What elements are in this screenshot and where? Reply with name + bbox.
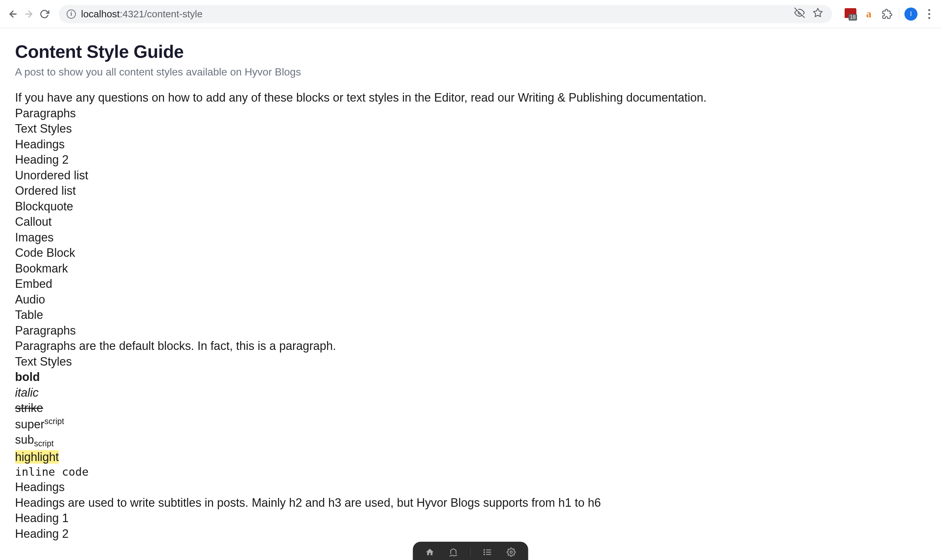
url-path: /content-style bbox=[144, 9, 202, 19]
profile-avatar[interactable]: I bbox=[904, 8, 918, 21]
toc-item[interactable]: Headings bbox=[15, 137, 926, 152]
dock-list-icon[interactable] bbox=[481, 547, 494, 554]
reload-button[interactable] bbox=[37, 6, 52, 22]
page-subtitle: A post to show you all content styles av… bbox=[15, 66, 926, 78]
extension-badge-count: 18 bbox=[849, 14, 857, 21]
extension-a-icon[interactable]: a bbox=[862, 8, 875, 21]
toc-item[interactable]: Embed bbox=[15, 276, 926, 292]
address-bar[interactable]: i localhost:4321/content-style bbox=[59, 5, 832, 23]
svg-point-8 bbox=[484, 552, 484, 552]
dock-divider bbox=[470, 548, 471, 554]
style-subscript: subscript bbox=[15, 432, 926, 449]
bookmark-star-icon[interactable] bbox=[811, 8, 824, 21]
toc-item[interactable]: Unordered list bbox=[15, 168, 926, 183]
extension-badge-icon[interactable]: 18 bbox=[844, 8, 857, 21]
intro-text: If you have any questions on how to add … bbox=[15, 90, 926, 106]
section-heading-textstyles: Text Styles bbox=[15, 354, 926, 369]
extensions-puzzle-icon[interactable] bbox=[881, 8, 893, 21]
paragraphs-description: Paragraphs are the default blocks. In fa… bbox=[15, 338, 926, 354]
eye-off-icon[interactable] bbox=[793, 8, 806, 21]
page-title: Content Style Guide bbox=[15, 41, 926, 62]
toc-item[interactable]: Paragraphs bbox=[15, 106, 926, 121]
dock-gear-icon[interactable] bbox=[505, 547, 518, 554]
toc-item[interactable]: Heading 2 bbox=[15, 152, 926, 168]
toc-item[interactable]: Audio bbox=[15, 292, 926, 308]
toc-item[interactable]: Text Styles bbox=[15, 121, 926, 137]
browser-toolbar: i localhost:4321/content-style 18 a I bbox=[0, 0, 941, 28]
headings-description: Headings are used to write subtitles in … bbox=[15, 495, 926, 511]
style-superscript: superscript bbox=[15, 416, 926, 432]
svg-point-9 bbox=[484, 554, 484, 554]
url-host: localhost bbox=[81, 9, 120, 19]
toc-item[interactable]: Images bbox=[15, 230, 926, 245]
toc-item[interactable]: Table bbox=[15, 307, 926, 323]
toolbar-divider bbox=[899, 8, 899, 21]
url-text: localhost:4321/content-style bbox=[81, 9, 788, 20]
url-port: :4321 bbox=[120, 9, 144, 19]
toc-item[interactable]: Code Block bbox=[15, 245, 926, 261]
svg-point-10 bbox=[510, 551, 512, 554]
page-content: Content Style Guide A post to show you a… bbox=[0, 28, 941, 554]
dock-ship-icon[interactable] bbox=[447, 547, 460, 554]
svg-point-7 bbox=[484, 549, 484, 550]
section-heading-paragraphs: Paragraphs bbox=[15, 323, 926, 338]
heading-sample-1: Heading 1 bbox=[15, 510, 926, 526]
toc-item[interactable]: Blockquote bbox=[15, 198, 926, 214]
style-strike: strike bbox=[15, 400, 926, 416]
style-inline-code: inline code bbox=[15, 465, 926, 479]
forward-button[interactable] bbox=[21, 6, 37, 22]
browser-menu-icon[interactable] bbox=[923, 8, 936, 21]
back-button[interactable] bbox=[5, 6, 21, 22]
toc-item[interactable]: Callout bbox=[15, 214, 926, 230]
style-bold: bold bbox=[15, 369, 926, 385]
style-italic: italic bbox=[15, 385, 926, 400]
section-heading-headings: Headings bbox=[15, 479, 926, 495]
heading-sample-2: Heading 2 bbox=[15, 526, 926, 542]
toc-item[interactable]: Ordered list bbox=[15, 183, 926, 198]
svg-marker-3 bbox=[813, 8, 823, 16]
toc-item[interactable]: Bookmark bbox=[15, 261, 926, 276]
bottom-dock bbox=[413, 542, 528, 554]
toolbar-right: 18 a I bbox=[839, 8, 936, 21]
site-info-icon[interactable]: i bbox=[67, 9, 76, 18]
dock-home-icon[interactable] bbox=[423, 547, 437, 554]
style-highlight: highlight bbox=[15, 449, 926, 465]
